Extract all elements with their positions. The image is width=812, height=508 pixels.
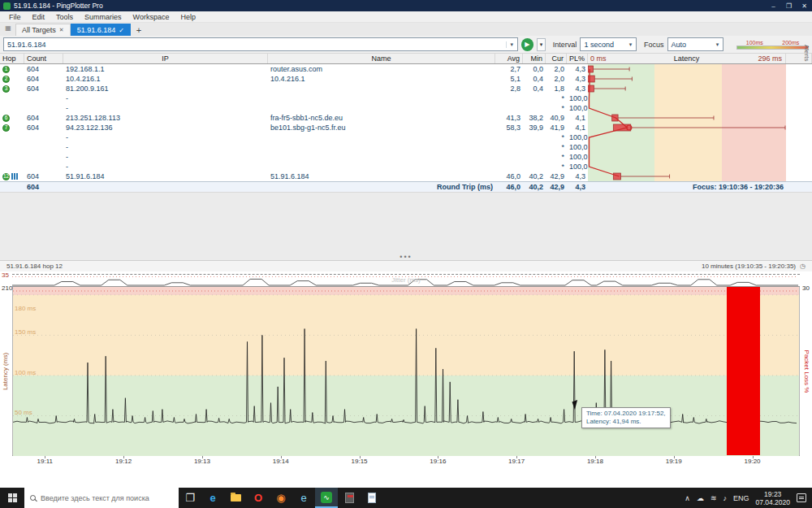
name-cell: 10.4.216.1 [268, 74, 495, 84]
table-row[interactable]: 760494.23.122.136be101.sbg-g1-nc5.fr.eu5… [0, 123, 812, 132]
latency-title: Latency [588, 54, 785, 63]
ip-cell: - [63, 93, 268, 103]
avg-cell: 41,3 [495, 113, 523, 123]
taskbar-clock[interactable]: 19:23 07.04.2020 [755, 490, 790, 506]
acrobat-taskbar-button[interactable] [338, 488, 361, 508]
taskbar-search[interactable] [24, 488, 179, 508]
splitter-handle-icon[interactable]: ••• [400, 254, 412, 259]
header-count[interactable]: Count [24, 54, 63, 63]
menu-workspace[interactable]: Workspace [127, 13, 175, 21]
menu-summaries[interactable]: Summaries [79, 13, 127, 21]
network-icon[interactable]: ≋ [710, 494, 717, 502]
header-pl[interactable]: PL% [567, 54, 588, 63]
table-row[interactable]: 360481.200.9.1612,80,41,84,3 [0, 84, 812, 93]
latency-timeline-plot[interactable]: 210 30 Latency (ms) Packet Loss % Time: … [12, 287, 800, 456]
focus-select[interactable]: Auto ▾ [667, 37, 724, 51]
name-cell [268, 93, 495, 103]
interval-select[interactable]: 1 second ▾ [580, 37, 637, 51]
min-cell [523, 162, 546, 172]
focus-value: Auto [668, 41, 713, 49]
hop-number-badge: 3 [2, 85, 10, 93]
min-cell [523, 93, 546, 103]
ip-cell: 81.200.9.161 [63, 84, 268, 93]
latency-cell [588, 142, 786, 152]
hop-cell: 12 [0, 172, 24, 181]
target-input[interactable] [4, 41, 506, 49]
avg-cell [495, 162, 523, 172]
ip-cell: - [63, 152, 268, 162]
ie-taskbar-button[interactable]: e [292, 488, 315, 508]
tab-target[interactable]: 51.91.6.184 ✓ [71, 24, 131, 36]
tab-all-targets-label: All Targets [22, 26, 56, 34]
min-cell [523, 152, 546, 162]
hop-cell [0, 103, 24, 113]
clock-icon[interactable]: ◷ [800, 263, 806, 270]
header-cur[interactable]: Cur [546, 54, 567, 63]
pl-cell: 100,0 [567, 132, 588, 142]
x-tick-label: 19:19 [663, 458, 685, 465]
table-row[interactable]: 1604192.168.1.1router.asus.com2,70,02,04… [0, 64, 812, 74]
search-input[interactable] [41, 494, 173, 502]
start-button-windows[interactable] [0, 488, 24, 508]
x-tick-label: 19:12 [113, 458, 134, 465]
menu-file[interactable]: File [3, 13, 27, 21]
chevron-up-icon[interactable]: ∧ [685, 494, 690, 502]
header-name[interactable]: Name [268, 54, 495, 63]
table-row[interactable]: 1260451.91.6.18451.91.6.18446,040,242,94… [0, 172, 812, 181]
tab-all-targets[interactable]: All Targets ✕ [15, 24, 71, 36]
name-cell: fra-fr5-sbb1-nc5.de.eu [268, 113, 495, 123]
language-indicator[interactable]: ENG [733, 494, 749, 502]
table-row[interactable]: -*100,0 [0, 142, 812, 152]
latency-scale-legend: 100ms 200ms [736, 40, 809, 50]
table-row[interactable]: -*100,0 [0, 103, 812, 113]
chevron-down-icon: ▾ [625, 41, 636, 48]
start-options-button[interactable]: ▾ [537, 38, 546, 51]
table-row[interactable]: -*100,0 [0, 162, 812, 172]
maximize-button[interactable]: ❐ [781, 0, 797, 11]
task-view-taskbar-button[interactable]: ❐ [179, 488, 201, 508]
table-row[interactable]: -*100,0 [0, 152, 812, 162]
alerts-side-tab[interactable]: Alerts [801, 37, 812, 69]
edge-taskbar-button[interactable]: e [201, 488, 224, 508]
pingplotter-taskbar-button[interactable]: ∿ [315, 488, 338, 508]
volume-icon[interactable]: ♪ [723, 494, 727, 502]
file-explorer-taskbar-button[interactable] [224, 488, 247, 508]
avg-cell [495, 103, 523, 113]
new-tab-button[interactable]: + [133, 24, 145, 36]
count-cell: 604 [24, 123, 63, 132]
header-min[interactable]: Min [523, 54, 546, 63]
notification-center-icon[interactable] [797, 493, 806, 502]
firefox-taskbar-button[interactable]: ◉ [270, 488, 292, 508]
cur-cell: * [546, 132, 567, 142]
pingplotter-icon: ∿ [321, 492, 332, 503]
cur-cell: * [546, 152, 567, 162]
header-avg[interactable]: Avg [495, 54, 523, 63]
target-input-combo[interactable]: ▾ [3, 37, 518, 51]
minimize-button[interactable]: – [766, 0, 781, 11]
acrobat-icon [345, 493, 354, 503]
start-button[interactable]: ▶ [521, 38, 533, 51]
header-hop[interactable]: Hop [0, 54, 24, 63]
menu-tools[interactable]: Tools [50, 13, 79, 21]
cur-cell: * [546, 142, 567, 152]
packet-loss-axis-label: Packet Loss % [803, 350, 810, 393]
table-row[interactable]: 6604213.251.128.113fra-fr5-sbb1-nc5.de.e… [0, 113, 812, 123]
menu-help[interactable]: Help [175, 13, 201, 21]
close-button[interactable]: ✕ [797, 0, 812, 11]
close-tab-icon[interactable]: ✕ [59, 27, 64, 33]
menu-edit[interactable]: Edit [27, 13, 51, 21]
opera-taskbar-button[interactable]: O [247, 488, 270, 508]
header-ip[interactable]: IP [63, 54, 268, 63]
notepad-taskbar-button[interactable] [361, 488, 383, 508]
header-latency[interactable]: 0 ms Latency 296 ms [588, 54, 786, 63]
pane-splitter[interactable]: ••• [0, 192, 812, 260]
timeline-title: 51.91.6.184 hop 12 [6, 263, 63, 270]
table-row[interactable]: -*100,0 [0, 132, 812, 142]
opera-icon: O [254, 492, 262, 504]
onedrive-icon[interactable]: ☁ [697, 494, 704, 502]
min-cell: 0,0 [523, 64, 546, 74]
ip-cell: - [63, 103, 268, 113]
table-row[interactable]: 260410.4.216.110.4.216.15,10,42,04,3 [0, 74, 812, 84]
table-row[interactable]: -*100,0 [0, 93, 812, 103]
chevron-down-icon[interactable]: ▾ [506, 41, 517, 48]
